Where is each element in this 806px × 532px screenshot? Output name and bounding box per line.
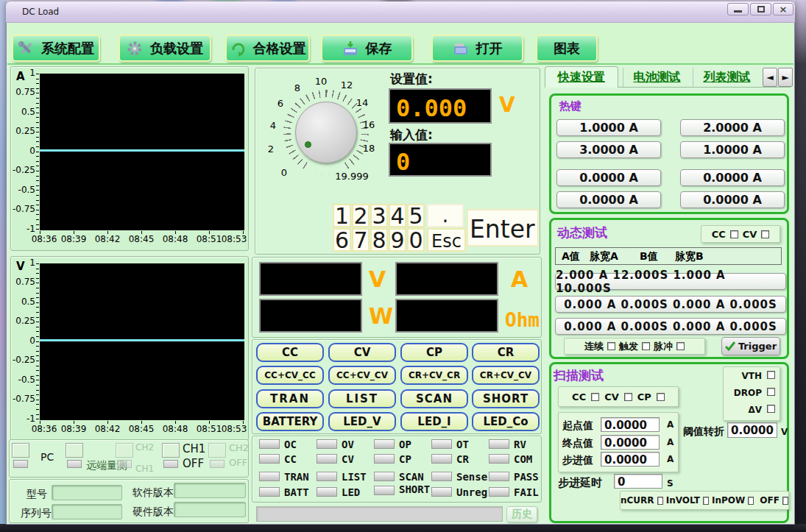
drop-checkbox[interactable] xyxy=(767,388,775,396)
hotkey-button-1[interactable]: 1.0000 A xyxy=(556,119,661,136)
load-settings-button[interactable]: 负载设置 xyxy=(119,35,211,62)
remote-sense-switch-bottom[interactable] xyxy=(67,460,82,468)
mode-button-list[interactable]: LIST xyxy=(328,389,396,408)
dynamic-row-button-3[interactable]: 0.000 A 0.000S 0.000 A 0.000S xyxy=(555,318,786,335)
mode-button-led-co[interactable]: LED_Co xyxy=(472,412,540,431)
pass-settings-button[interactable]: 合格设置 xyxy=(225,35,310,62)
led-oc xyxy=(259,439,280,449)
remote-sense-switch[interactable] xyxy=(66,443,83,458)
ch1-power-switch-bottom[interactable] xyxy=(163,460,178,468)
tab-battery-test[interactable]: 电池测试 xyxy=(623,68,690,87)
tab-list-test[interactable]: 列表测试 xyxy=(693,68,760,87)
dynamic-row-button-2[interactable]: 0.000 A 0.000S 0.000 A 0.000S xyxy=(555,296,786,313)
open-button[interactable]: 打开 xyxy=(431,35,523,62)
hotkey-button-7[interactable]: 0.0000 A xyxy=(556,191,661,208)
mode-button-cr-cv-cv[interactable]: CR+CV_CV xyxy=(472,366,540,385)
trigger-checkbox[interactable] xyxy=(642,342,650,350)
tab-scroll-left-button[interactable]: ◄ xyxy=(763,68,777,87)
keypad-9[interactable]: 9 xyxy=(389,228,406,252)
keypad-enter[interactable]: Enter xyxy=(467,209,539,247)
keypad-0[interactable]: 0 xyxy=(407,228,425,252)
ch2-label-disabled: CH2 xyxy=(135,442,154,453)
end-value-field[interactable]: 0.0000 xyxy=(601,435,660,450)
delta-v-checkbox[interactable] xyxy=(767,405,775,413)
keypad-5[interactable]: 5 xyxy=(407,204,425,227)
mode-button-scan[interactable]: SCAN xyxy=(400,389,468,408)
dynamic-row-button-1[interactable]: 2.000 A 12.000S 1.000 A 10.000S xyxy=(555,273,786,290)
ch1-power-switch[interactable] xyxy=(162,443,180,458)
save-button[interactable]: 保存 xyxy=(321,35,413,62)
step-value-field[interactable]: 0.0000 xyxy=(601,452,660,467)
hotkey-button-8[interactable]: 0.0000 A xyxy=(680,191,785,208)
ch2-label: CH2 xyxy=(229,442,249,453)
involt-checkbox[interactable] xyxy=(703,497,709,505)
mode-button-tran[interactable]: TRAN xyxy=(256,389,324,408)
step-delay-field[interactable]: 0 xyxy=(614,474,662,489)
pc-switch[interactable] xyxy=(12,443,29,458)
start-value-field[interactable]: 0.0000 xyxy=(601,417,660,432)
keypad-1[interactable]: 1 xyxy=(333,204,351,227)
keypad-8[interactable]: 8 xyxy=(370,228,388,252)
threshold-turn-field[interactable]: 0.0000 xyxy=(727,422,777,438)
y-tick: -0.25 xyxy=(10,355,35,365)
mode-button-short[interactable]: SHORT xyxy=(472,389,540,408)
hotkey-button-6[interactable]: 0.0000 A xyxy=(680,169,785,186)
mode-button-led-i[interactable]: LED_I xyxy=(400,412,468,431)
knob[interactable] xyxy=(295,102,357,163)
minimize-button[interactable] xyxy=(727,3,749,15)
knob-scale-label: 14 xyxy=(356,97,369,108)
mode-button-cr-cv-cr[interactable]: CR+CV_CR xyxy=(400,366,468,385)
pulse-checkbox[interactable] xyxy=(676,342,685,350)
inpow-checkbox[interactable] xyxy=(748,497,754,505)
pc-switch-bottom[interactable] xyxy=(13,460,28,468)
mode-button-cc[interactable]: CC xyxy=(256,343,324,362)
led-label: RV xyxy=(514,439,526,450)
vth-checkbox[interactable] xyxy=(767,371,775,379)
tab-scroll-right-button[interactable]: ► xyxy=(778,68,793,87)
led-cr xyxy=(431,454,452,464)
dynamic-cc-checkbox[interactable] xyxy=(730,230,738,238)
y-axis-ticks xyxy=(36,263,39,420)
keypad-2[interactable]: 2 xyxy=(352,204,370,227)
keypad-4[interactable]: 4 xyxy=(389,204,406,227)
led-scan xyxy=(374,472,395,481)
keypad-6[interactable]: 6 xyxy=(333,228,351,252)
maximize-button[interactable] xyxy=(750,3,771,15)
y-tick: -1 xyxy=(10,414,35,424)
mode-button-cr[interactable]: CR xyxy=(472,343,540,362)
titlebar[interactable] xyxy=(6,1,795,23)
mode-button-battery[interactable]: BATTERY xyxy=(256,412,324,431)
vth-label: VTH xyxy=(741,371,762,381)
mode-button-led-v[interactable]: LED_V xyxy=(328,412,396,431)
scan-cp-checkbox[interactable] xyxy=(657,393,665,401)
mode-button-cv[interactable]: CV xyxy=(328,343,396,362)
y-tick: 0.75 xyxy=(10,277,35,287)
close-button[interactable]: × xyxy=(773,3,793,15)
keypad-dot[interactable]: . xyxy=(427,204,464,227)
dynamic-cv-checkbox[interactable] xyxy=(761,230,769,238)
mode-button-cc-cv-cv[interactable]: CC+CV_CV xyxy=(328,366,396,385)
knob-scale-label: 4 xyxy=(270,120,276,131)
scan-cc-checkbox[interactable] xyxy=(591,393,599,401)
scan-cv-checkbox[interactable] xyxy=(624,393,632,401)
history-button[interactable]: 历史 xyxy=(506,506,537,522)
keypad-3[interactable]: 3 xyxy=(370,204,388,227)
trigger-button[interactable]: Trigger xyxy=(721,337,780,355)
mode-button-cc-cv-cc[interactable]: CC+CV_CC xyxy=(256,366,324,385)
hotkey-button-5[interactable]: 0.0000 A xyxy=(556,169,661,186)
hotkey-button-3[interactable]: 3.0000 A xyxy=(556,141,661,158)
led-label: CC xyxy=(284,453,297,465)
led-label: CV xyxy=(342,453,354,465)
continuous-checkbox[interactable] xyxy=(607,342,615,350)
hotkey-button-2[interactable]: 2.0000 A xyxy=(680,119,785,136)
tab-quick-settings[interactable]: 快速设置 xyxy=(545,66,618,88)
system-config-button[interactable]: 系统配置 xyxy=(12,35,100,62)
ncurr-checkbox[interactable] xyxy=(657,497,663,505)
chart-button[interactable]: 图表 xyxy=(536,35,598,62)
mode-button-cp[interactable]: CP xyxy=(400,343,468,362)
x-tick: 08:42 xyxy=(95,234,121,244)
keypad-esc[interactable]: Esc xyxy=(427,228,466,252)
keypad-7[interactable]: 7 xyxy=(352,228,370,252)
hotkey-button-4[interactable]: 1.0000 A xyxy=(680,141,785,158)
off-checkbox[interactable] xyxy=(782,497,788,505)
